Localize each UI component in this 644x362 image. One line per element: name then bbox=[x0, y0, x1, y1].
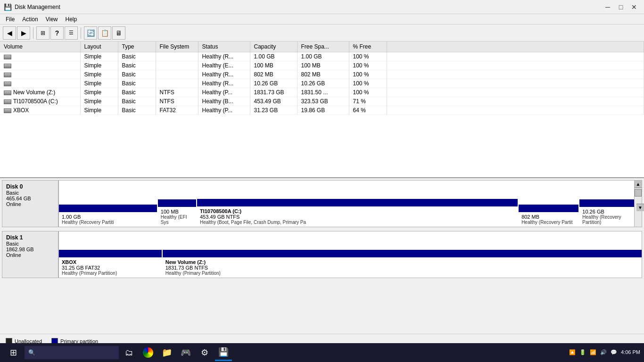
cell-status: Healthy (P... bbox=[198, 88, 250, 97]
notification-icon: 💬 bbox=[611, 349, 617, 355]
cell-pct: 100 % bbox=[349, 70, 387, 79]
back-button[interactable]: ◀ bbox=[3, 26, 16, 40]
cell-fs bbox=[156, 79, 198, 88]
cell-capacity: 1.00 GB bbox=[250, 52, 297, 61]
disk-0-part-1-size: 1.00 GB bbox=[62, 214, 154, 220]
toolbar: ◀ ▶ ⊞ ? ☰ 🔄 📋 🖥 bbox=[0, 25, 644, 41]
close-button[interactable]: ✕ bbox=[628, 1, 640, 13]
cell-empty bbox=[387, 79, 644, 88]
table-row[interactable]: XBOXSimpleBasicFAT32Healthy (P...31.23 G… bbox=[0, 106, 644, 115]
col-pct[interactable]: % Free bbox=[349, 41, 387, 52]
cell-pct: 100 % bbox=[349, 88, 387, 97]
cell-capacity: 31.23 GB bbox=[250, 106, 297, 115]
wifi-icon: 📶 bbox=[590, 349, 596, 355]
col-volume[interactable]: Volume bbox=[0, 41, 80, 52]
cell-volume: New Volume (Z:) bbox=[0, 88, 80, 97]
disk-1-part-2[interactable]: New Volume (Z:) 1831.73 GB NTFS Healthy … bbox=[163, 231, 642, 278]
help-button[interactable]: ? bbox=[50, 26, 64, 40]
app-icon: 💾 bbox=[4, 3, 12, 11]
cell-fs: FAT32 bbox=[156, 106, 198, 115]
battery-icon: 🔋 bbox=[579, 349, 586, 355]
game-button[interactable]: 🎮 bbox=[177, 344, 194, 361]
minimize-button[interactable]: ─ bbox=[602, 1, 614, 13]
menu-help[interactable]: Help bbox=[62, 15, 81, 24]
disk-0-part-4[interactable]: 802 MB Healthy (Recovery Partit bbox=[519, 181, 579, 227]
disk-1-part-2-header bbox=[163, 250, 642, 257]
disk-0-part-2[interactable]: 100 MB Healthy (EFI Sys bbox=[158, 181, 197, 227]
menu-bar: File Action View Help bbox=[0, 14, 644, 25]
disk-0-part-1-status: Healthy (Recovery Partiti bbox=[62, 220, 154, 225]
table-row[interactable]: SimpleBasicHealthy (R...10.26 GB10.26 GB… bbox=[0, 79, 644, 88]
detail-button[interactable]: ☰ bbox=[65, 26, 78, 40]
disk-0-part-2-header bbox=[158, 199, 196, 207]
view-button[interactable]: 🖥 bbox=[112, 26, 125, 40]
col-status[interactable]: Status bbox=[198, 41, 250, 52]
disk-0-part-1-header bbox=[59, 205, 157, 212]
forward-button[interactable]: ▶ bbox=[17, 26, 30, 40]
explorer-icon: 📁 bbox=[162, 347, 172, 358]
disk-0-part-3[interactable]: TI10708500A (C:) 453.49 GB NTFS Healthy … bbox=[197, 181, 519, 227]
disk-1-part-2-size: 1831.73 GB NTFS bbox=[165, 265, 639, 271]
col-type[interactable]: Type bbox=[118, 41, 156, 52]
disk-0-name: Disk 0 bbox=[6, 183, 54, 190]
disk-view: Disk 0 Basic 465.64 GB Online 1.00 GB He… bbox=[0, 178, 644, 334]
cell-volume bbox=[0, 70, 80, 79]
settings-button[interactable]: ⚙ bbox=[196, 344, 213, 361]
start-button[interactable]: ⊞ bbox=[4, 343, 23, 362]
explorer-button[interactable]: 📁 bbox=[158, 344, 175, 361]
disk-1-status: Online bbox=[6, 252, 54, 258]
maximize-button[interactable]: □ bbox=[615, 1, 627, 13]
volume-icon bbox=[4, 82, 11, 86]
properties-button[interactable]: ⊞ bbox=[36, 26, 50, 40]
new-button[interactable]: 📋 bbox=[98, 26, 111, 40]
table-row[interactable]: SimpleBasicHealthy (R...802 MB802 MB100 … bbox=[0, 70, 644, 79]
cell-capacity: 1831.73 GB bbox=[250, 88, 297, 97]
col-filesystem[interactable]: File System bbox=[156, 41, 198, 52]
disk-1-size: 1862.98 GB bbox=[6, 247, 54, 252]
disk-1-part-1-status: Healthy (Primary Partition) bbox=[62, 271, 159, 276]
cell-free: 19.86 GB bbox=[297, 106, 349, 115]
table-row[interactable]: New Volume (Z:)SimpleBasicNTFSHealthy (P… bbox=[0, 88, 644, 97]
table-row[interactable]: SimpleBasicHealthy (R...1.00 GB1.00 GB10… bbox=[0, 52, 644, 61]
cell-status: Healthy (R... bbox=[198, 70, 250, 79]
cell-layout: Simple bbox=[80, 52, 118, 61]
col-capacity[interactable]: Capacity bbox=[250, 41, 297, 52]
menu-view[interactable]: View bbox=[42, 15, 62, 24]
cell-type: Basic bbox=[118, 52, 156, 61]
main-content: Volume Layout Type File System Status Ca… bbox=[0, 41, 644, 348]
diskmgmt-button[interactable]: 💾 bbox=[215, 344, 232, 361]
clock-time: 4:06 PM bbox=[621, 349, 640, 356]
cell-volume bbox=[0, 52, 80, 61]
table-row[interactable]: SimpleBasicHealthy (E...100 MB100 MB100 … bbox=[0, 61, 644, 70]
cell-volume: TI10708500A (C:) bbox=[0, 97, 80, 106]
cell-empty bbox=[387, 97, 644, 106]
taskview-button[interactable]: 🗂 bbox=[121, 344, 138, 361]
network-icon: 🔼 bbox=[569, 349, 576, 355]
browser-icon[interactable] bbox=[140, 344, 157, 361]
menu-action[interactable]: Action bbox=[18, 15, 41, 24]
disk-0-part-5[interactable]: 10.26 GB Healthy (Recovery Partition) bbox=[579, 181, 634, 227]
cell-free: 323.53 GB bbox=[297, 97, 349, 106]
disk-0-part-1[interactable]: 1.00 GB Healthy (Recovery Partiti bbox=[59, 181, 158, 227]
volume-icon bbox=[4, 55, 11, 59]
search-box[interactable]: 🔍 bbox=[25, 346, 119, 359]
refresh-button[interactable]: 🔄 bbox=[84, 26, 97, 40]
volume-icon bbox=[4, 90, 11, 95]
taskbar-clock[interactable]: 4:06 PM bbox=[621, 349, 640, 356]
cell-status: Healthy (R... bbox=[198, 52, 250, 61]
col-layout[interactable]: Layout bbox=[80, 41, 118, 52]
window-title: Disk Management bbox=[15, 4, 60, 10]
disk-1-label: Disk 1 Basic 1862.98 GB Online bbox=[2, 231, 58, 278]
table-row[interactable]: TI10708500A (C:)SimpleBasicNTFSHealthy (… bbox=[0, 97, 644, 106]
cell-fs bbox=[156, 52, 198, 61]
cell-fs: NTFS bbox=[156, 88, 198, 97]
disk-1-partitions: XBOX 31.25 GB FAT32 Healthy (Primary Par… bbox=[58, 231, 642, 278]
disk-1-part-1[interactable]: XBOX 31.25 GB FAT32 Healthy (Primary Par… bbox=[59, 231, 163, 278]
cell-capacity: 100 MB bbox=[250, 61, 297, 70]
search-icon: 🔍 bbox=[28, 349, 35, 356]
menu-file[interactable]: File bbox=[2, 15, 18, 24]
cell-type: Basic bbox=[118, 88, 156, 97]
disk-0-size: 465.64 GB bbox=[6, 196, 54, 201]
col-free[interactable]: Free Spa... bbox=[297, 41, 349, 52]
volume-icon bbox=[4, 64, 11, 68]
